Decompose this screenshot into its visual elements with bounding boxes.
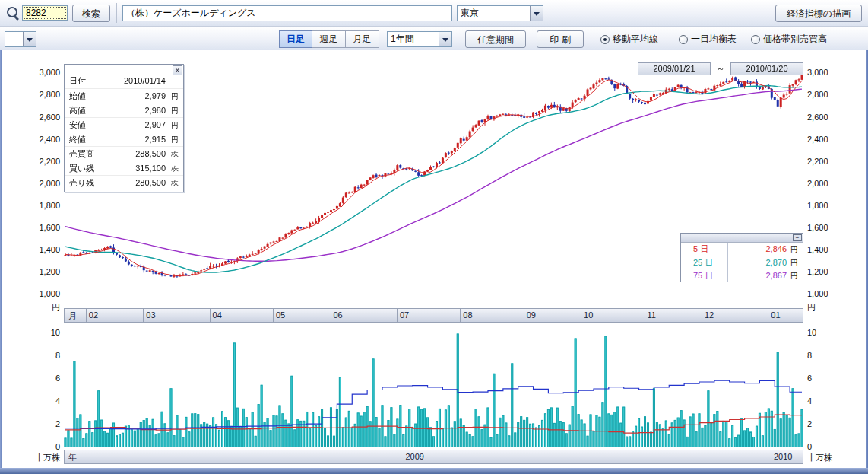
month-axis-tick: 06 — [334, 310, 343, 320]
tooltip-row-value: 2,979 — [104, 89, 166, 103]
tooltip-row-label: 安値 — [69, 118, 104, 132]
price-axis-tick-right: 1,000 — [807, 289, 863, 298]
minimize-icon[interactable]: − — [793, 234, 802, 241]
tooltip-row-unit — [166, 74, 179, 88]
legend-header: − — [681, 234, 803, 243]
price-axis-tick-left: 1,000 — [4, 289, 60, 298]
radio-volume-by-price[interactable]: 価格帯別売買高 — [751, 30, 827, 48]
legend-row-label: 75 日 — [681, 269, 728, 282]
volume-axis-tick-right: 2 — [807, 419, 863, 428]
price-axis-tick-left: 2,600 — [4, 113, 60, 122]
tooltip-row-label: 売買高 — [69, 147, 104, 161]
legend-row-value: 2,846 — [728, 243, 789, 256]
month-axis-tick: 10 — [584, 310, 593, 320]
stock-chart-app: 検索 東京 経済指標の描画 日足 週足 月足 1年間 任意期間 印 刷 移動平均… — [0, 0, 868, 474]
tooltip-row-value: 2,907 — [104, 118, 166, 132]
month-tick — [86, 309, 87, 322]
period-select[interactable]: 1年間 — [387, 31, 452, 47]
tooltip-row-unit: 株 — [166, 176, 179, 189]
tooltip-row: 終値2,915円 — [65, 132, 183, 146]
radio-moving-average[interactable]: 移動平均線 — [600, 30, 658, 48]
stock-code-input[interactable] — [22, 5, 68, 21]
price-axis-tick-right: 1,200 — [807, 267, 863, 276]
tooltip-row: 買い残315,100株 — [65, 161, 183, 175]
year-axis: 年 20092010 — [64, 450, 803, 464]
radio-ichimoku[interactable]: 一目均衡表 — [679, 30, 737, 48]
price-axis-tick-right: 1,800 — [807, 201, 863, 210]
price-axis-tick-right: 2,000 — [807, 179, 863, 188]
month-axis: 月 020304050607080910111201 — [64, 308, 803, 323]
volume-axis-tick-right: 4 — [807, 396, 863, 406]
tooltip-row-label: 始値 — [69, 89, 104, 103]
month-tick — [768, 309, 768, 322]
date-range: 2009/01/21 ～ 2010/01/20 — [638, 62, 803, 75]
radio-label: 移動平均線 — [613, 33, 658, 46]
tooltip-row-value: 280,500 — [104, 176, 166, 189]
tab-daily[interactable]: 日足 — [279, 30, 312, 48]
economic-indicator-button[interactable]: 経済指標の描画 — [775, 5, 862, 22]
month-axis-tick: 09 — [527, 310, 536, 320]
volume-axis-tick-right: 10 — [807, 328, 863, 337]
legend-row-label: 5 日 — [681, 243, 728, 256]
tooltip-row: 日付2010/01/14 — [65, 74, 183, 88]
quote-tooltip: × 日付2010/01/14始値2,979円高値2,980円安値2,907円終値… — [64, 64, 184, 192]
volume-axis-tick-right: 0 — [807, 442, 863, 451]
price-axis-tick-right: 2,400 — [807, 135, 863, 144]
month-tick — [460, 309, 461, 322]
month-axis-tick: 08 — [463, 310, 472, 320]
close-icon[interactable]: × — [173, 65, 182, 75]
month-tick — [273, 309, 274, 322]
volume-axis-tick-right: 6 — [807, 374, 863, 383]
month-axis-tick: 07 — [400, 310, 409, 320]
volume-axis-tick-right: 8 — [807, 351, 863, 360]
exchange-select[interactable]: 東京 — [457, 5, 543, 21]
month-axis-tick: 11 — [648, 310, 656, 320]
date-range-separator: ～ — [711, 63, 730, 75]
month-tick — [331, 309, 331, 322]
price-axis-tick-left: 2,400 — [4, 135, 60, 144]
chevron-down-icon[interactable] — [23, 32, 36, 46]
month-axis-tick: 12 — [705, 310, 714, 320]
tooltip-row-unit: 円 — [166, 118, 179, 132]
legend-row-value: 2,867 — [728, 269, 789, 282]
tooltip-row-value: 2,915 — [104, 132, 166, 146]
month-tick — [143, 309, 144, 322]
date-range-from: 2009/01/21 — [638, 62, 711, 75]
price-axis-tick-right: 1,400 — [807, 245, 863, 254]
volume-canvas[interactable] — [64, 326, 803, 447]
chevron-down-icon[interactable] — [439, 32, 451, 46]
period-selected-value: 1年間 — [388, 32, 439, 46]
tooltip-row-unit: 円 — [166, 89, 179, 103]
print-button[interactable]: 印 刷 — [537, 30, 584, 48]
tab-monthly[interactable]: 月足 — [346, 30, 379, 48]
month-tick — [524, 309, 524, 322]
month-axis-tick: 02 — [89, 310, 98, 320]
month-tick — [581, 309, 581, 322]
radio-label: 一目均衡表 — [691, 33, 737, 46]
chevron-down-icon[interactable] — [530, 6, 543, 21]
tooltip-row: 安値2,907円 — [65, 117, 183, 132]
price-axis-tick-left: 1,400 — [4, 245, 60, 254]
tooltip-row-unit: 株 — [166, 161, 179, 175]
tooltip-row-value: 2010/01/14 — [104, 74, 166, 88]
price-axis-tick-left: 1,200 — [4, 267, 60, 276]
price-axis-tick-right: 2,800 — [807, 90, 863, 99]
chart-region: 2009/01/21 ～ 2010/01/20 × 日付2010/01/14始値… — [2, 50, 866, 468]
any-period-button[interactable]: 任意期間 — [465, 30, 526, 48]
search-icon[interactable] — [6, 6, 21, 21]
date-range-to: 2010/01/20 — [730, 62, 803, 75]
tooltip-row-value: 2,980 — [104, 103, 166, 117]
tab-weekly[interactable]: 週足 — [312, 30, 346, 48]
toolbar-divider — [116, 3, 117, 23]
volume-axis-tick-left: 8 — [4, 351, 60, 360]
window-frame-left — [0, 50, 2, 474]
year-axis-tick: 2009 — [392, 452, 438, 461]
window-frame-bottom — [0, 468, 868, 474]
search-button[interactable]: 検索 — [72, 5, 110, 22]
company-name-input[interactable] — [122, 5, 452, 21]
legend-row-unit: 円 — [789, 269, 803, 282]
legend-row-label: 25 日 — [681, 256, 728, 269]
chart-options-dropdown[interactable] — [5, 31, 36, 47]
price-axis-unit-left: 円 — [4, 302, 60, 313]
ma-legend-rows: 5 日2,846円25 日2,870円75 日2,867円 — [681, 243, 803, 282]
